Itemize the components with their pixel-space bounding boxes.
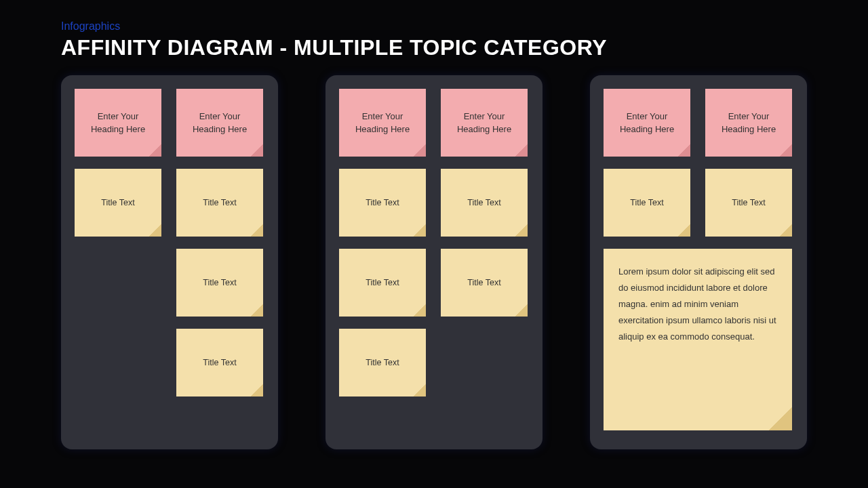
page-title: AFFINITY DIAGRAM - MULTIPLE TOPIC CATEGO…: [61, 35, 807, 60]
title-note-label: Title Text: [366, 197, 399, 209]
title-note[interactable]: Title Text: [176, 329, 263, 396]
paragraph-note[interactable]: Lorem ipsum dolor sit adipiscing elit se…: [604, 249, 792, 430]
title-note[interactable]: Title Text: [705, 169, 792, 237]
title-note-label: Title Text: [203, 277, 236, 289]
heading-note-label: Enter Your Heading Here: [711, 110, 787, 136]
heading-note-label: Enter Your Heading Here: [609, 110, 685, 136]
title-note[interactable]: Title Text: [75, 169, 161, 237]
title-note-label: Title Text: [203, 357, 236, 369]
title-note[interactable]: Title Text: [176, 249, 263, 317]
title-note[interactable]: Title Text: [339, 329, 426, 396]
eyebrow-text: Infographics: [61, 20, 807, 33]
title-note[interactable]: Title Text: [339, 249, 426, 317]
columns-container: Enter Your Heading Here Enter Your Headi…: [61, 75, 807, 449]
paragraph-note-text: Lorem ipsum dolor sit adipiscing elit se…: [618, 266, 776, 342]
heading-note-label: Enter Your Heading Here: [446, 110, 522, 136]
category-panel-2: Enter Your Heading Here Enter Your Headi…: [326, 75, 542, 449]
title-note[interactable]: Title Text: [339, 169, 426, 237]
slide: Infographics AFFINITY DIAGRAM - MULTIPLE…: [0, 0, 868, 488]
category-panel-1: Enter Your Heading Here Enter Your Headi…: [61, 75, 278, 449]
title-note-label: Title Text: [732, 197, 765, 209]
title-note-label: Title Text: [630, 197, 663, 209]
title-note-label: Title Text: [203, 197, 236, 209]
title-note[interactable]: Title Text: [604, 169, 690, 237]
heading-note[interactable]: Enter Your Heading Here: [705, 89, 792, 157]
heading-note[interactable]: Enter Your Heading Here: [75, 89, 161, 157]
heading-note[interactable]: Enter Your Heading Here: [176, 89, 263, 157]
title-note[interactable]: Title Text: [441, 169, 528, 237]
title-note[interactable]: Title Text: [176, 169, 263, 237]
title-note-label: Title Text: [467, 197, 500, 209]
heading-note-label: Enter Your Heading Here: [182, 110, 258, 136]
heading-note-label: Enter Your Heading Here: [344, 110, 420, 136]
heading-note[interactable]: Enter Your Heading Here: [604, 89, 690, 157]
title-note-label: Title Text: [467, 277, 500, 289]
heading-note[interactable]: Enter Your Heading Here: [441, 89, 528, 157]
title-note-label: Title Text: [366, 357, 399, 369]
heading-note[interactable]: Enter Your Heading Here: [339, 89, 426, 157]
title-note-label: Title Text: [366, 277, 399, 289]
category-panel-3: Enter Your Heading Here Enter Your Headi…: [590, 75, 807, 449]
title-note[interactable]: Title Text: [441, 249, 528, 317]
heading-note-label: Enter Your Heading Here: [80, 110, 156, 136]
title-note-label: Title Text: [101, 197, 134, 209]
